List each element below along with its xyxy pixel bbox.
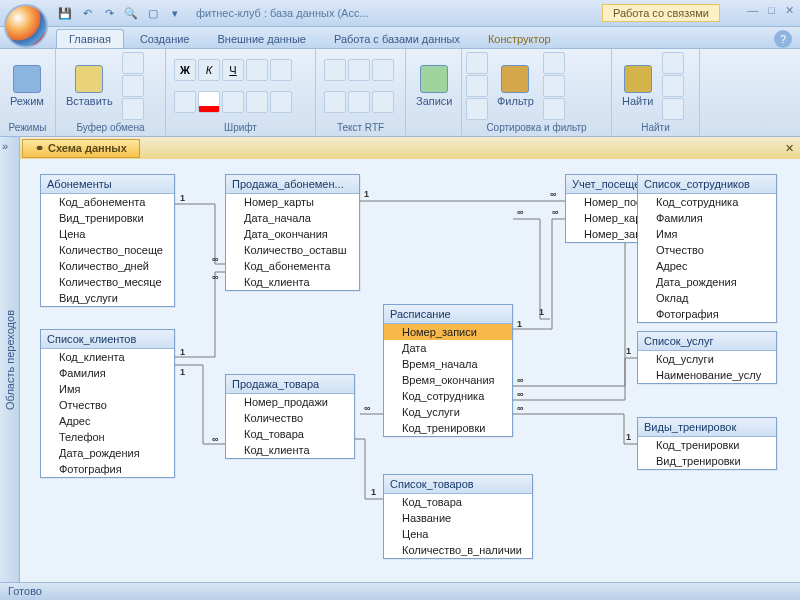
numbered-icon[interactable] <box>348 59 370 81</box>
field-row[interactable]: Время_начала <box>384 356 512 372</box>
underline-icon[interactable]: Ч <box>222 59 244 81</box>
table-trainings[interactable]: Виды_тренировокКод_тренировкиВид_трениро… <box>637 417 777 470</box>
find-button[interactable]: Найти <box>616 63 659 109</box>
select-icon[interactable] <box>662 98 684 120</box>
table-services[interactable]: Список_услугКод_услугиНаименование_услу <box>637 331 777 384</box>
field-row[interactable]: Количество_месяце <box>41 274 174 290</box>
minimize-icon[interactable]: ― <box>747 4 758 17</box>
bold-icon[interactable]: Ж <box>174 59 196 81</box>
field-row[interactable]: Код_абонемента <box>226 258 359 274</box>
qat-more-icon[interactable]: ▾ <box>166 4 184 22</box>
field-row[interactable]: Имя <box>41 381 174 397</box>
table-header[interactable]: Расписание <box>384 305 512 324</box>
field-row[interactable]: Фотография <box>41 461 174 477</box>
table-header[interactable]: Список_клиентов <box>41 330 174 349</box>
field-row[interactable]: Отчество <box>41 397 174 413</box>
field-row[interactable]: Фотография <box>638 306 776 322</box>
field-row[interactable]: Код_тренировки <box>638 437 776 453</box>
restore-icon[interactable]: □ <box>768 4 775 17</box>
align-left-icon[interactable] <box>246 59 268 81</box>
selection-filter-icon[interactable] <box>543 52 565 74</box>
field-row[interactable]: Код_сотрудника <box>638 194 776 210</box>
table-header[interactable]: Абонементы <box>41 175 174 194</box>
cut-icon[interactable] <box>122 52 144 74</box>
field-row[interactable]: Дата_окончания <box>226 226 359 242</box>
field-row[interactable]: Имя <box>638 226 776 242</box>
field-row[interactable]: Время_окончания <box>384 372 512 388</box>
records-button[interactable]: Записи <box>410 63 459 109</box>
align-right-icon[interactable] <box>174 91 196 113</box>
field-row[interactable]: Количество_посеще <box>41 242 174 258</box>
field-row[interactable]: Дата_рождения <box>41 445 174 461</box>
table-header[interactable]: Список_товаров <box>384 475 532 494</box>
field-row[interactable]: Телефон <box>41 429 174 445</box>
tab-external[interactable]: Внешние данные <box>206 30 318 48</box>
ltr-icon[interactable] <box>348 91 370 113</box>
field-row[interactable]: Количество_в_наличии <box>384 542 532 558</box>
field-row[interactable]: Вид_тренировки <box>41 210 174 226</box>
indent-dec-icon[interactable] <box>372 59 394 81</box>
field-row[interactable]: Код_услуги <box>384 404 512 420</box>
align-center-icon[interactable] <box>270 59 292 81</box>
tab-home[interactable]: Главная <box>56 29 124 48</box>
table-sale-goods[interactable]: Продажа_товараНомер_продажиКоличествоКод… <box>225 374 355 459</box>
field-row[interactable]: Фамилия <box>41 365 174 381</box>
clear-sort-icon[interactable] <box>466 98 488 120</box>
field-row[interactable]: Оклад <box>638 290 776 306</box>
print-preview-icon[interactable]: 🔍 <box>122 4 140 22</box>
field-row[interactable]: Код_тренировки <box>384 420 512 436</box>
field-row[interactable]: Фамилия <box>638 210 776 226</box>
field-row[interactable]: Дата_рождения <box>638 274 776 290</box>
goto-icon[interactable] <box>662 75 684 97</box>
field-row[interactable]: Количество_оставш <box>226 242 359 258</box>
table-goods[interactable]: Список_товаровКод_товараНазваниеЦенаКоли… <box>383 474 533 559</box>
office-button[interactable] <box>4 4 48 48</box>
field-row[interactable]: Номер_продажи <box>226 394 354 410</box>
field-row[interactable]: Вид_тренировки <box>638 453 776 469</box>
field-row[interactable]: Код_клиента <box>226 274 359 290</box>
close-tab-icon[interactable]: ✕ <box>785 142 794 155</box>
tab-dbtools[interactable]: Работа с базами данных <box>322 30 472 48</box>
field-row[interactable]: Название <box>384 510 532 526</box>
tab-schema[interactable]: ⚭Схема данных <box>22 139 140 158</box>
undo-icon[interactable]: ↶ <box>78 4 96 22</box>
preview-icon[interactable]: ▢ <box>144 4 162 22</box>
table-header[interactable]: Список_услуг <box>638 332 776 351</box>
indent-inc-icon[interactable] <box>324 91 346 113</box>
font-color-icon[interactable] <box>198 91 220 113</box>
save-icon[interactable]: 💾 <box>56 4 74 22</box>
field-row[interactable]: Дата_начала <box>226 210 359 226</box>
field-row[interactable]: Номер_записи <box>384 324 512 340</box>
table-staff[interactable]: Список_сотрудниковКод_сотрудникаФамилияИ… <box>637 174 777 323</box>
field-row[interactable]: Цена <box>384 526 532 542</box>
help-icon[interactable]: ? <box>774 30 792 48</box>
table-schedule[interactable]: РасписаниеНомер_записиДатаВремя_началаВр… <box>383 304 513 437</box>
copy-icon[interactable] <box>122 75 144 97</box>
field-row[interactable]: Код_услуги <box>638 351 776 367</box>
table-sale-abon[interactable]: Продажа_абонемен...Номер_картыДата_начал… <box>225 174 360 291</box>
nav-toggle-icon[interactable]: » <box>2 140 8 152</box>
italic-icon[interactable]: К <box>198 59 220 81</box>
tab-create[interactable]: Создание <box>128 30 202 48</box>
field-row[interactable]: Код_клиента <box>41 349 174 365</box>
field-row[interactable]: Наименование_услу <box>638 367 776 383</box>
field-row[interactable]: Адрес <box>638 258 776 274</box>
table-abonements[interactable]: АбонементыКод_абонементаВид_тренировкиЦе… <box>40 174 175 307</box>
rtl-icon[interactable] <box>372 91 394 113</box>
table-header[interactable]: Виды_тренировок <box>638 418 776 437</box>
alt-row-icon[interactable] <box>270 91 292 113</box>
field-row[interactable]: Цена <box>41 226 174 242</box>
table-clients[interactable]: Список_клиентовКод_клиентаФамилияИмяОтче… <box>40 329 175 478</box>
field-row[interactable]: Код_товара <box>226 426 354 442</box>
view-button[interactable]: Режим <box>4 63 50 109</box>
navigation-pane-collapsed[interactable]: Область переходов <box>0 137 20 582</box>
paste-button[interactable]: Вставить <box>60 63 119 109</box>
format-painter-icon[interactable] <box>122 98 144 120</box>
field-row[interactable]: Дата <box>384 340 512 356</box>
field-row[interactable]: Код_сотрудника <box>384 388 512 404</box>
relationships-canvas[interactable]: 1∞ 1∞ 1∞ 1∞ ∞ ∞1 1∞ ∞1 ∞1 ∞1 ∞1 Абонемен… <box>20 159 800 582</box>
fill-color-icon[interactable] <box>222 91 244 113</box>
table-header[interactable]: Продажа_товара <box>226 375 354 394</box>
table-header[interactable]: Продажа_абонемен... <box>226 175 359 194</box>
field-row[interactable]: Адрес <box>41 413 174 429</box>
